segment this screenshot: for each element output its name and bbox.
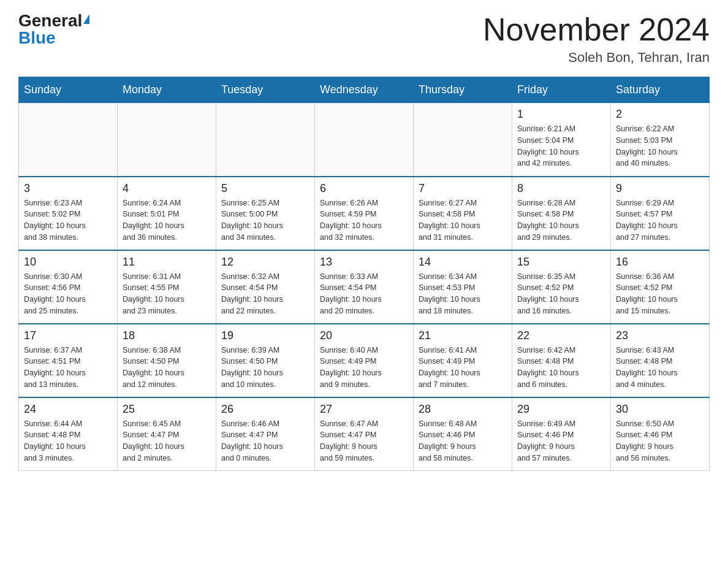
day-info: Sunrise: 6:32 AM Sunset: 4:54 PM Dayligh…	[221, 271, 309, 317]
day-number: 3	[24, 182, 112, 195]
calendar-cell: 5Sunrise: 6:25 AM Sunset: 5:00 PM Daylig…	[216, 177, 315, 250]
calendar-cell: 20Sunrise: 6:40 AM Sunset: 4:49 PM Dayli…	[315, 324, 414, 397]
day-number: 9	[616, 182, 704, 195]
calendar-cell	[19, 103, 118, 177]
calendar-cell: 26Sunrise: 6:46 AM Sunset: 4:47 PM Dayli…	[216, 397, 315, 471]
day-number: 20	[320, 329, 408, 342]
month-title: November 2024	[483, 12, 710, 47]
day-number: 7	[419, 182, 507, 195]
day-number: 5	[221, 182, 309, 195]
week-row-1: 1Sunrise: 6:21 AM Sunset: 5:04 PM Daylig…	[19, 103, 710, 177]
calendar-cell: 16Sunrise: 6:36 AM Sunset: 4:52 PM Dayli…	[611, 250, 710, 324]
day-number: 10	[24, 256, 112, 269]
calendar-cell: 4Sunrise: 6:24 AM Sunset: 5:01 PM Daylig…	[118, 177, 216, 250]
calendar-cell	[216, 103, 315, 177]
calendar-table: SundayMondayTuesdayWednesdayThursdayFrid…	[18, 77, 710, 471]
day-info: Sunrise: 6:35 AM Sunset: 4:52 PM Dayligh…	[517, 271, 605, 317]
day-number: 14	[419, 256, 507, 269]
day-number: 22	[517, 329, 605, 342]
calendar-cell: 21Sunrise: 6:41 AM Sunset: 4:49 PM Dayli…	[414, 324, 512, 397]
day-number: 4	[123, 182, 211, 195]
day-number: 13	[320, 256, 408, 269]
logo-triangle-icon	[83, 14, 89, 24]
day-info: Sunrise: 6:30 AM Sunset: 4:56 PM Dayligh…	[24, 271, 112, 317]
day-info: Sunrise: 6:33 AM Sunset: 4:54 PM Dayligh…	[320, 271, 408, 317]
calendar-cell: 11Sunrise: 6:31 AM Sunset: 4:55 PM Dayli…	[118, 250, 216, 324]
day-info: Sunrise: 6:48 AM Sunset: 4:46 PM Dayligh…	[419, 418, 507, 464]
day-info: Sunrise: 6:41 AM Sunset: 4:49 PM Dayligh…	[419, 345, 507, 391]
calendar-cell: 29Sunrise: 6:49 AM Sunset: 4:46 PM Dayli…	[512, 397, 611, 471]
week-row-5: 24Sunrise: 6:44 AM Sunset: 4:48 PM Dayli…	[19, 397, 710, 471]
day-info: Sunrise: 6:46 AM Sunset: 4:47 PM Dayligh…	[221, 418, 309, 464]
day-info: Sunrise: 6:29 AM Sunset: 4:57 PM Dayligh…	[616, 197, 704, 243]
day-number: 2	[616, 108, 704, 121]
day-info: Sunrise: 6:45 AM Sunset: 4:47 PM Dayligh…	[123, 418, 211, 464]
day-number: 19	[221, 329, 309, 342]
calendar-cell: 22Sunrise: 6:42 AM Sunset: 4:48 PM Dayli…	[512, 324, 611, 397]
day-number: 18	[123, 329, 211, 342]
day-info: Sunrise: 6:49 AM Sunset: 4:46 PM Dayligh…	[517, 418, 605, 464]
day-info: Sunrise: 6:47 AM Sunset: 4:47 PM Dayligh…	[320, 418, 408, 464]
weekday-header-saturday: Saturday	[611, 77, 710, 103]
day-info: Sunrise: 6:31 AM Sunset: 4:55 PM Dayligh…	[123, 271, 211, 317]
day-info: Sunrise: 6:24 AM Sunset: 5:01 PM Dayligh…	[123, 197, 211, 243]
logo: General Blue	[18, 12, 89, 47]
calendar-cell: 7Sunrise: 6:27 AM Sunset: 4:58 PM Daylig…	[414, 177, 512, 250]
day-info: Sunrise: 6:34 AM Sunset: 4:53 PM Dayligh…	[419, 271, 507, 317]
week-row-2: 3Sunrise: 6:23 AM Sunset: 5:02 PM Daylig…	[19, 177, 710, 250]
day-number: 23	[616, 329, 704, 342]
day-info: Sunrise: 6:43 AM Sunset: 4:48 PM Dayligh…	[616, 345, 704, 391]
calendar-cell: 1Sunrise: 6:21 AM Sunset: 5:04 PM Daylig…	[512, 103, 611, 177]
calendar-cell: 15Sunrise: 6:35 AM Sunset: 4:52 PM Dayli…	[512, 250, 611, 324]
calendar-cell: 23Sunrise: 6:43 AM Sunset: 4:48 PM Dayli…	[611, 324, 710, 397]
calendar-cell	[118, 103, 216, 177]
day-info: Sunrise: 6:26 AM Sunset: 4:59 PM Dayligh…	[320, 197, 408, 243]
calendar-cell: 17Sunrise: 6:37 AM Sunset: 4:51 PM Dayli…	[19, 324, 118, 397]
calendar-cell: 25Sunrise: 6:45 AM Sunset: 4:47 PM Dayli…	[118, 397, 216, 471]
day-info: Sunrise: 6:37 AM Sunset: 4:51 PM Dayligh…	[24, 345, 112, 391]
title-area: November 2024 Soleh Bon, Tehran, Iran	[483, 12, 710, 66]
calendar-cell: 18Sunrise: 6:38 AM Sunset: 4:50 PM Dayli…	[118, 324, 216, 397]
weekday-header-wednesday: Wednesday	[315, 77, 414, 103]
day-info: Sunrise: 6:40 AM Sunset: 4:49 PM Dayligh…	[320, 345, 408, 391]
calendar-cell: 8Sunrise: 6:28 AM Sunset: 4:58 PM Daylig…	[512, 177, 611, 250]
location-title: Soleh Bon, Tehran, Iran	[483, 50, 710, 66]
calendar-cell: 10Sunrise: 6:30 AM Sunset: 4:56 PM Dayli…	[19, 250, 118, 324]
calendar-cell: 24Sunrise: 6:44 AM Sunset: 4:48 PM Dayli…	[19, 397, 118, 471]
day-number: 8	[517, 182, 605, 195]
day-number: 1	[517, 108, 605, 121]
day-number: 27	[320, 403, 408, 416]
day-number: 30	[616, 403, 704, 416]
calendar-cell: 13Sunrise: 6:33 AM Sunset: 4:54 PM Dayli…	[315, 250, 414, 324]
day-info: Sunrise: 6:25 AM Sunset: 5:00 PM Dayligh…	[221, 197, 309, 243]
calendar-cell: 28Sunrise: 6:48 AM Sunset: 4:46 PM Dayli…	[414, 397, 512, 471]
day-number: 15	[517, 256, 605, 269]
day-number: 29	[517, 403, 605, 416]
weekday-header-monday: Monday	[118, 77, 216, 103]
day-number: 6	[320, 182, 408, 195]
weekday-header-tuesday: Tuesday	[216, 77, 315, 103]
calendar-cell: 30Sunrise: 6:50 AM Sunset: 4:46 PM Dayli…	[611, 397, 710, 471]
day-number: 26	[221, 403, 309, 416]
weekday-header-sunday: Sunday	[19, 77, 118, 103]
day-info: Sunrise: 6:21 AM Sunset: 5:04 PM Dayligh…	[517, 123, 605, 169]
calendar-cell: 19Sunrise: 6:39 AM Sunset: 4:50 PM Dayli…	[216, 324, 315, 397]
day-number: 12	[221, 256, 309, 269]
day-info: Sunrise: 6:28 AM Sunset: 4:58 PM Dayligh…	[517, 197, 605, 243]
day-info: Sunrise: 6:42 AM Sunset: 4:48 PM Dayligh…	[517, 345, 605, 391]
header: General Blue November 2024 Soleh Bon, Te…	[18, 12, 710, 66]
day-number: 25	[123, 403, 211, 416]
weekday-header-friday: Friday	[512, 77, 611, 103]
calendar-cell: 12Sunrise: 6:32 AM Sunset: 4:54 PM Dayli…	[216, 250, 315, 324]
calendar-cell	[414, 103, 512, 177]
day-number: 24	[24, 403, 112, 416]
week-row-3: 10Sunrise: 6:30 AM Sunset: 4:56 PM Dayli…	[19, 250, 710, 324]
day-number: 28	[419, 403, 507, 416]
day-info: Sunrise: 6:22 AM Sunset: 5:03 PM Dayligh…	[616, 123, 704, 169]
day-info: Sunrise: 6:27 AM Sunset: 4:58 PM Dayligh…	[419, 197, 507, 243]
day-info: Sunrise: 6:50 AM Sunset: 4:46 PM Dayligh…	[616, 418, 704, 464]
weekday-header-row: SundayMondayTuesdayWednesdayThursdayFrid…	[19, 77, 710, 103]
day-number: 16	[616, 256, 704, 269]
logo-blue-text: Blue	[18, 29, 56, 47]
calendar-cell: 3Sunrise: 6:23 AM Sunset: 5:02 PM Daylig…	[19, 177, 118, 250]
